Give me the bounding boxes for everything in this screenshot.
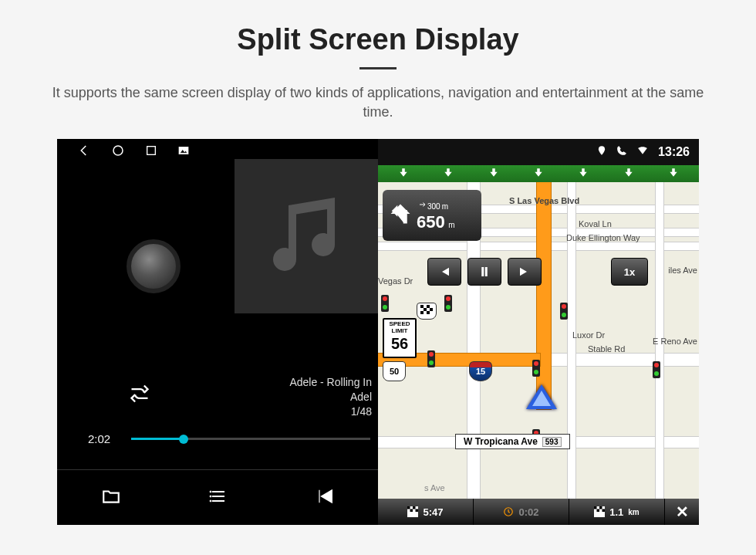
- svg-rect-15: [407, 506, 410, 509]
- close-icon: ✕: [676, 503, 689, 521]
- music-bottom-bar: [57, 469, 378, 525]
- flag-icon: [594, 506, 605, 517]
- svg-point-4: [210, 491, 211, 492]
- sim-prev-button[interactable]: [427, 258, 461, 286]
- location-icon: [596, 145, 607, 159]
- turn-instruction: 300 m 650 m: [383, 190, 481, 241]
- street-sign-route: 593: [542, 437, 562, 447]
- road-label: S Las Vegas Blvd: [509, 196, 579, 205]
- joystick-control[interactable]: [127, 239, 181, 293]
- next-turn-arrow-icon: [417, 198, 426, 212]
- route-shield-us50: 50: [383, 361, 406, 381]
- svg-rect-10: [424, 308, 427, 311]
- home-icon[interactable]: [111, 144, 125, 161]
- track-artist: Adel: [289, 390, 372, 404]
- eta-cell[interactable]: 5:47: [378, 499, 474, 525]
- traffic-light-icon: [560, 303, 568, 320]
- clock: 13:26: [658, 145, 690, 159]
- distance-cell[interactable]: 1.1 km: [569, 499, 665, 525]
- svg-rect-11: [430, 308, 433, 311]
- seek-bar[interactable]: [131, 438, 370, 440]
- svg-rect-1: [147, 147, 156, 155]
- traffic-light-icon: [653, 361, 660, 378]
- road-label: Duke Ellington Way: [566, 233, 640, 242]
- wifi-icon: [636, 145, 649, 159]
- track-counter: 1/48: [289, 404, 372, 419]
- music-note-icon: [262, 190, 354, 283]
- folder-button[interactable]: [100, 486, 123, 509]
- lane-arrow-down: [396, 168, 411, 180]
- status-bar: 13:26: [378, 139, 699, 165]
- split-screen-device: Adele - Rolling In Adel 1/48 2:02: [57, 139, 699, 525]
- svg-rect-16: [413, 506, 416, 509]
- previous-track-button[interactable]: [314, 486, 336, 510]
- playlist-button[interactable]: [207, 487, 230, 509]
- title-underline: [359, 67, 397, 69]
- svg-rect-12: [420, 311, 424, 314]
- road-label: s Ave: [424, 483, 445, 492]
- svg-rect-8: [420, 305, 424, 308]
- recents-icon[interactable]: [145, 144, 157, 160]
- turn-unit: m: [448, 221, 454, 229]
- svg-rect-23: [597, 509, 600, 513]
- svg-point-0: [113, 146, 123, 155]
- road-label: E Reno Ave: [653, 337, 697, 346]
- road-label: Stable Rd: [588, 344, 625, 354]
- page-subtitle: It supports the same screen display of t…: [42, 83, 714, 122]
- progress-row: 2:02: [88, 432, 370, 445]
- back-icon[interactable]: [77, 144, 91, 161]
- sim-pause-button[interactable]: [467, 258, 501, 286]
- shuffle-button[interactable]: [127, 383, 153, 408]
- track-title: Adele - Rolling In: [289, 375, 372, 390]
- sim-controls: [427, 258, 542, 286]
- lane-arrow-down: [486, 168, 501, 180]
- close-button[interactable]: ✕: [665, 499, 699, 525]
- svg-rect-21: [594, 506, 597, 509]
- lane-guidance-bar: [378, 165, 699, 182]
- album-art: [235, 159, 378, 313]
- traffic-light-icon: [427, 350, 435, 367]
- turn-left-icon: [389, 202, 412, 228]
- traffic-light-icon: [381, 295, 389, 312]
- road-label: Koval Ln: [579, 219, 612, 228]
- map-view[interactable]: S Las Vegas Blvd Koval Ln Duke Ellington…: [378, 182, 699, 499]
- turn-dist: 650: [417, 212, 445, 232]
- svg-rect-17: [410, 509, 413, 513]
- traffic-light-icon: [444, 295, 452, 312]
- checkered-flag-icon: [417, 303, 437, 320]
- road-label: Luxor Dr: [572, 330, 605, 340]
- sim-next-button[interactable]: [508, 258, 542, 286]
- flag-icon: [407, 506, 418, 517]
- elapsed-time: 2:02: [88, 432, 125, 445]
- drive-time-cell[interactable]: 0:02: [474, 499, 569, 525]
- svg-point-6: [210, 500, 211, 502]
- road-label: iles Ave: [668, 266, 697, 275]
- nav-info-bar: 5:47 0:02 1.1 km ✕: [378, 499, 699, 525]
- page-title: Split Screen Display: [237, 23, 518, 56]
- track-info: Adele - Rolling In Adel 1/48: [289, 375, 372, 419]
- lane-arrow-down: [621, 168, 636, 180]
- svg-rect-18: [416, 509, 419, 513]
- traffic-light-icon: [532, 360, 540, 377]
- current-position-arrow: [526, 384, 557, 409]
- speed-limit-sign: SPEED LIMIT 56: [383, 318, 417, 358]
- svg-rect-9: [427, 305, 430, 308]
- svg-point-5: [210, 496, 211, 497]
- navigation-panel: 13:26 S Las Vegas Blvd Kov: [378, 139, 699, 525]
- svg-rect-24: [602, 509, 606, 513]
- picture-icon[interactable]: [177, 144, 190, 160]
- clock-icon: [503, 506, 514, 517]
- next-turn-dist: 300: [427, 202, 440, 211]
- lane-arrow-down: [531, 168, 546, 180]
- lane-arrow-down: [440, 168, 456, 180]
- lane-arrow-down: [575, 168, 591, 180]
- lane-arrow-down: [666, 168, 681, 180]
- route-shield-i15: 15: [469, 361, 492, 381]
- svg-rect-22: [599, 506, 602, 509]
- music-panel: Adele - Rolling In Adel 1/48 2:02: [57, 139, 378, 525]
- next-turn-unit: m: [442, 202, 448, 211]
- road-label: Vegas Dr: [378, 276, 413, 286]
- phone-icon: [616, 145, 627, 159]
- sim-speed-button[interactable]: 1x: [611, 258, 648, 286]
- street-sign: W Tropicana Ave 593: [455, 434, 570, 449]
